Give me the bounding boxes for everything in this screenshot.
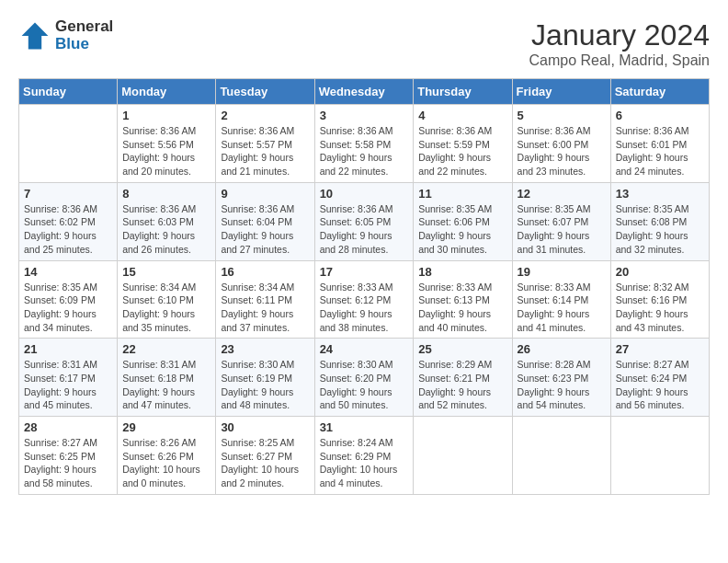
day-number: 13 — [616, 187, 704, 201]
page-header: General Blue January 2024 Campo Real, Ma… — [18, 18, 710, 69]
calendar-cell — [19, 105, 118, 183]
day-info: Sunrise: 8:31 AMSunset: 6:18 PMDaylight:… — [122, 358, 210, 412]
calendar-cell: 1Sunrise: 8:36 AMSunset: 5:56 PMDaylight… — [118, 105, 216, 183]
day-number: 14 — [24, 265, 112, 279]
day-info: Sunrise: 8:25 AMSunset: 6:27 PMDaylight:… — [221, 436, 309, 490]
day-info: Sunrise: 8:36 AMSunset: 6:03 PMDaylight:… — [122, 202, 210, 257]
day-number: 2 — [221, 109, 309, 122]
calendar-row: 21Sunrise: 8:31 AMSunset: 6:17 PMDayligh… — [19, 339, 710, 417]
calendar-cell: 16Sunrise: 8:34 AMSunset: 6:11 PMDayligh… — [216, 260, 314, 339]
weekday-header: Friday — [512, 79, 610, 105]
logo-blue: Blue — [55, 35, 89, 52]
day-info: Sunrise: 8:36 AMSunset: 6:05 PMDaylight:… — [320, 202, 409, 257]
calendar-cell: 17Sunrise: 8:33 AMSunset: 6:12 PMDayligh… — [314, 260, 414, 339]
day-number: 16 — [221, 265, 309, 279]
calendar-cell: 3Sunrise: 8:36 AMSunset: 5:58 PMDaylight… — [314, 105, 414, 183]
month-title: January 2024 — [529, 18, 710, 52]
day-number: 8 — [122, 187, 210, 201]
day-number: 19 — [518, 265, 606, 279]
day-number: 3 — [320, 109, 409, 122]
calendar-cell: 24Sunrise: 8:30 AMSunset: 6:20 PMDayligh… — [314, 339, 414, 417]
calendar-cell: 13Sunrise: 8:35 AMSunset: 6:08 PMDayligh… — [610, 182, 709, 260]
day-info: Sunrise: 8:35 AMSunset: 6:08 PMDaylight:… — [616, 202, 704, 257]
day-info: Sunrise: 8:36 AMSunset: 5:56 PMDaylight:… — [122, 124, 210, 178]
day-info: Sunrise: 8:36 AMSunset: 6:00 PMDaylight:… — [518, 124, 606, 178]
weekday-header: Sunday — [19, 79, 118, 105]
day-number: 29 — [122, 420, 210, 434]
svg-marker-0 — [22, 22, 49, 49]
day-number: 12 — [518, 187, 606, 201]
day-info: Sunrise: 8:36 AMSunset: 5:57 PMDaylight:… — [221, 124, 309, 178]
calendar-cell: 14Sunrise: 8:35 AMSunset: 6:09 PMDayligh… — [19, 260, 118, 339]
calendar-row: 7Sunrise: 8:36 AMSunset: 6:02 PMDaylight… — [19, 182, 710, 260]
day-info: Sunrise: 8:33 AMSunset: 6:13 PMDaylight:… — [418, 281, 506, 335]
day-number: 31 — [320, 420, 409, 434]
calendar-row: 14Sunrise: 8:35 AMSunset: 6:09 PMDayligh… — [19, 260, 710, 339]
logo-icon — [18, 19, 51, 52]
day-number: 6 — [616, 109, 704, 122]
title-block: January 2024 Campo Real, Madrid, Spain — [529, 18, 710, 69]
day-info: Sunrise: 8:35 AMSunset: 6:06 PMDaylight:… — [418, 202, 506, 257]
calendar-cell: 23Sunrise: 8:30 AMSunset: 6:19 PMDayligh… — [216, 339, 314, 417]
day-number: 4 — [418, 109, 506, 122]
day-info: Sunrise: 8:36 AMSunset: 5:58 PMDaylight:… — [320, 124, 409, 178]
day-info: Sunrise: 8:30 AMSunset: 6:19 PMDaylight:… — [221, 358, 309, 412]
day-number: 5 — [518, 109, 606, 122]
logo-general: General — [55, 17, 113, 35]
calendar-cell: 10Sunrise: 8:36 AMSunset: 6:05 PMDayligh… — [314, 182, 414, 260]
day-info: Sunrise: 8:35 AMSunset: 6:09 PMDaylight:… — [24, 281, 112, 335]
day-number: 25 — [418, 342, 506, 356]
day-number: 1 — [122, 109, 210, 122]
day-info: Sunrise: 8:29 AMSunset: 6:21 PMDaylight:… — [418, 358, 506, 412]
day-info: Sunrise: 8:35 AMSunset: 6:07 PMDaylight:… — [518, 202, 606, 257]
calendar-cell: 30Sunrise: 8:25 AMSunset: 6:27 PMDayligh… — [216, 417, 314, 495]
calendar-cell: 11Sunrise: 8:35 AMSunset: 6:06 PMDayligh… — [414, 182, 512, 260]
day-number: 10 — [320, 187, 409, 201]
day-info: Sunrise: 8:36 AMSunset: 6:01 PMDaylight:… — [616, 124, 704, 178]
day-info: Sunrise: 8:34 AMSunset: 6:10 PMDaylight:… — [122, 281, 210, 335]
logo: General Blue — [18, 18, 113, 52]
day-number: 28 — [24, 420, 112, 434]
calendar-row: 1Sunrise: 8:36 AMSunset: 5:56 PMDaylight… — [19, 105, 710, 183]
day-info: Sunrise: 8:36 AMSunset: 5:59 PMDaylight:… — [418, 124, 506, 178]
weekday-header: Monday — [118, 79, 216, 105]
logo-text: General Blue — [55, 18, 113, 52]
day-number: 20 — [616, 265, 704, 279]
day-number: 18 — [418, 265, 506, 279]
calendar-cell: 5Sunrise: 8:36 AMSunset: 6:00 PMDaylight… — [512, 105, 610, 183]
day-info: Sunrise: 8:33 AMSunset: 6:12 PMDaylight:… — [320, 281, 409, 335]
day-number: 27 — [616, 342, 704, 356]
day-number: 7 — [24, 187, 112, 201]
day-info: Sunrise: 8:24 AMSunset: 6:29 PMDaylight:… — [320, 436, 409, 490]
day-number: 17 — [320, 265, 409, 279]
calendar-row: 28Sunrise: 8:27 AMSunset: 6:25 PMDayligh… — [19, 417, 710, 495]
calendar-cell: 22Sunrise: 8:31 AMSunset: 6:18 PMDayligh… — [118, 339, 216, 417]
calendar-cell: 20Sunrise: 8:32 AMSunset: 6:16 PMDayligh… — [610, 260, 709, 339]
day-number: 9 — [221, 187, 309, 201]
weekday-header-row: SundayMondayTuesdayWednesdayThursdayFrid… — [19, 79, 710, 105]
day-info: Sunrise: 8:28 AMSunset: 6:23 PMDaylight:… — [518, 358, 606, 412]
calendar-cell: 29Sunrise: 8:26 AMSunset: 6:26 PMDayligh… — [118, 417, 216, 495]
day-info: Sunrise: 8:31 AMSunset: 6:17 PMDaylight:… — [24, 358, 112, 412]
day-info: Sunrise: 8:26 AMSunset: 6:26 PMDaylight:… — [122, 436, 210, 490]
calendar-cell: 9Sunrise: 8:36 AMSunset: 6:04 PMDaylight… — [216, 182, 314, 260]
calendar-table: SundayMondayTuesdayWednesdayThursdayFrid… — [18, 78, 710, 495]
calendar-cell: 8Sunrise: 8:36 AMSunset: 6:03 PMDaylight… — [118, 182, 216, 260]
calendar-cell: 15Sunrise: 8:34 AMSunset: 6:10 PMDayligh… — [118, 260, 216, 339]
day-number: 26 — [518, 342, 606, 356]
calendar-cell: 27Sunrise: 8:27 AMSunset: 6:24 PMDayligh… — [610, 339, 709, 417]
day-info: Sunrise: 8:36 AMSunset: 6:04 PMDaylight:… — [221, 202, 309, 257]
day-number: 15 — [122, 265, 210, 279]
day-number: 24 — [320, 342, 409, 356]
day-number: 23 — [221, 342, 309, 356]
calendar-cell: 26Sunrise: 8:28 AMSunset: 6:23 PMDayligh… — [512, 339, 610, 417]
calendar-cell: 4Sunrise: 8:36 AMSunset: 5:59 PMDaylight… — [414, 105, 512, 183]
weekday-header: Thursday — [414, 79, 512, 105]
weekday-header: Tuesday — [216, 79, 314, 105]
location-title: Campo Real, Madrid, Spain — [529, 52, 710, 69]
day-info: Sunrise: 8:27 AMSunset: 6:25 PMDaylight:… — [24, 436, 112, 490]
calendar-cell — [512, 417, 610, 495]
calendar-cell: 21Sunrise: 8:31 AMSunset: 6:17 PMDayligh… — [19, 339, 118, 417]
calendar-cell — [610, 417, 709, 495]
day-number: 22 — [122, 342, 210, 356]
